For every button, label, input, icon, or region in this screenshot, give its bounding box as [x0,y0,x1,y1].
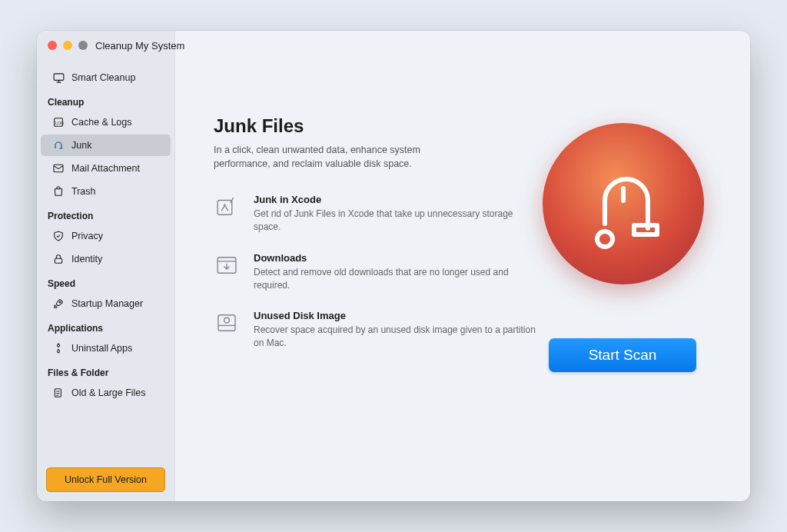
feature-desc: Detect and remove old downloads that are… [254,266,536,292]
sidebar: Smart Cleanup Cleanup LOG Cache & Logs J… [37,31,175,501]
rocket-icon [51,297,65,311]
svg-point-5 [59,301,61,303]
svg-rect-0 [54,73,64,80]
minimize-button[interactable] [63,41,72,50]
feature-disk-image: Unused Disk Image Recover space acquired… [214,310,536,350]
sidebar-item-label: Smart Cleanup [71,72,135,83]
button-label: Start Scan [589,347,657,364]
files-icon [51,386,65,400]
maximize-button[interactable] [78,41,88,50]
feature-desc: Get rid of Junk Files in Xcode that take… [254,208,536,234]
button-label: Unlock Full Version [65,474,147,485]
close-button[interactable] [48,41,57,50]
sidebar-item-smart-cleanup[interactable]: Smart Cleanup [41,67,171,88]
sidebar-heading: Speed [37,271,174,292]
sidebar-item-label: Trash [71,186,96,197]
feature-title: Unused Disk Image [254,310,536,321]
sidebar-item-junk[interactable]: Junk [41,135,171,156]
sidebar-item-trash[interactable]: Trash [41,181,171,202]
svg-rect-7 [218,201,232,215]
main-content: Junk Files In a click, clean unwanted da… [175,31,750,501]
traffic-lights [48,41,88,50]
sidebar-item-label: Mail Attachment [71,163,140,174]
hero-vacuum-badge [543,123,704,284]
sidebar-heading: Applications [37,315,174,337]
svg-rect-3 [54,165,63,171]
disk-image-icon [214,310,240,336]
shield-icon [51,229,65,243]
feature-desc: Recover space acquired by an unused disk… [254,324,536,350]
sidebar-item-identity[interactable]: Identity [41,248,171,270]
sidebar-item-uninstall-apps[interactable]: Uninstall Apps [41,337,171,359]
xcode-icon [214,194,240,220]
start-scan-button[interactable]: Start Scan [549,338,696,372]
svg-rect-4 [55,258,61,263]
sidebar-item-cache-logs[interactable]: LOG Cache & Logs [41,111,171,133]
sidebar-item-old-large-files[interactable]: Old & Large Files [41,382,171,404]
sidebar-heading: Cleanup [37,89,174,111]
svg-text:LOG: LOG [55,121,64,125]
feature-xcode: Junk in Xcode Get rid of Junk Files in X… [214,194,536,234]
app-title: Cleanup My System [95,40,184,52]
sidebar-item-label: Identity [71,254,102,264]
sidebar-heading: Protection [37,203,174,224]
page-subtitle: In a click, clean unwanted data, enhance… [214,143,467,171]
sidebar-item-label: Uninstall Apps [71,343,132,354]
trash-icon [51,185,65,198]
titlebar: Cleanup My System [37,31,750,60]
unlock-full-version-button[interactable]: Unlock Full Version [46,467,165,492]
sidebar-item-label: Privacy [71,231,103,241]
download-box-icon [214,252,240,278]
sidebar-item-label: Cache & Logs [71,117,132,128]
svg-point-10 [224,318,230,324]
feature-downloads: Downloads Detect and remove old download… [214,252,536,292]
sidebar-item-privacy[interactable]: Privacy [41,225,171,247]
vacuum-cleaner-icon [577,158,669,250]
app-window: Cleanup My System Smart Cleanup Cleanup … [37,31,750,501]
sidebar-item-label: Startup Manager [71,298,143,309]
feature-title: Junk in Xcode [254,194,536,205]
feature-title: Downloads [254,252,536,264]
sidebar-heading: Files & Folder [37,360,174,381]
monitor-icon [51,71,65,85]
lock-icon [51,252,65,266]
sidebar-item-label: Junk [71,140,91,151]
uninstall-icon [51,341,65,355]
sidebar-item-mail-attachment[interactable]: Mail Attachment [41,158,171,179]
sidebar-item-label: Old & Large Files [71,387,146,398]
mail-icon [51,161,65,175]
vacuum-icon [51,138,65,152]
log-icon: LOG [51,115,65,129]
sidebar-item-startup-manager[interactable]: Startup Manager [41,293,171,314]
